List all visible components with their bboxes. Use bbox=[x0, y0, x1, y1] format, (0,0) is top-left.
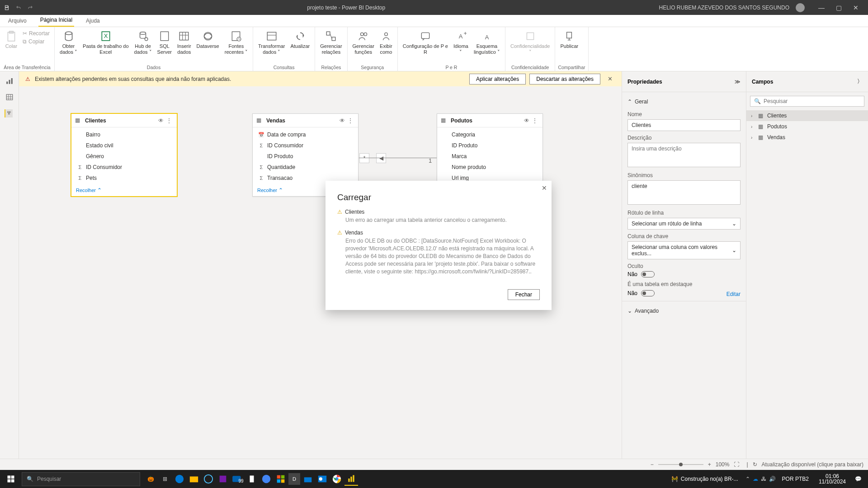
svg-rect-63 bbox=[350, 477, 352, 482]
svg-text:99+: 99+ bbox=[239, 479, 244, 483]
app-icon[interactable] bbox=[301, 472, 315, 486]
app-icon[interactable]: 99+ bbox=[231, 472, 244, 486]
network-icon[interactable]: 🖧 bbox=[761, 476, 766, 482]
edge-icon[interactable] bbox=[173, 472, 186, 486]
dialog-overlay: ✕ Carregar ⚠Clientes Um erro ao carregar… bbox=[0, 0, 868, 488]
svg-point-52 bbox=[262, 475, 270, 483]
svg-rect-46 bbox=[190, 477, 198, 483]
warning-icon: ⚠ bbox=[337, 230, 342, 236]
svg-point-47 bbox=[204, 475, 212, 483]
svg-rect-48 bbox=[220, 476, 226, 483]
svg-rect-43 bbox=[8, 479, 11, 483]
taskbar-search[interactable]: 🔍Pesquisar bbox=[22, 472, 140, 486]
app-icon[interactable] bbox=[245, 472, 259, 486]
svg-rect-62 bbox=[348, 479, 349, 482]
svg-rect-42 bbox=[11, 476, 14, 479]
app-icon[interactable] bbox=[259, 472, 273, 486]
taskbar-clock[interactable]: 01:0611/10/2024 bbox=[815, 474, 849, 484]
taskbar-halloween-icon[interactable]: 🎃 bbox=[144, 472, 157, 486]
load-error-dialog: ✕ Carregar ⚠Clientes Um erro ao carregar… bbox=[326, 181, 552, 310]
store-icon[interactable] bbox=[274, 472, 288, 486]
construction-icon: 🚧 bbox=[671, 476, 678, 482]
svg-rect-54 bbox=[281, 475, 285, 479]
dialog-close-button[interactable]: ✕ bbox=[542, 184, 547, 192]
tray-chevron-icon[interactable]: ⌃ bbox=[745, 476, 750, 482]
volume-icon[interactable]: 🔊 bbox=[769, 476, 776, 482]
app-icon[interactable]: D bbox=[288, 473, 300, 485]
app-icon[interactable] bbox=[216, 472, 230, 486]
svg-rect-64 bbox=[353, 475, 354, 482]
search-icon: 🔍 bbox=[27, 476, 33, 482]
svg-rect-41 bbox=[8, 476, 11, 479]
chrome-icon[interactable] bbox=[330, 472, 344, 486]
svg-rect-44 bbox=[11, 479, 14, 483]
dialog-close-action[interactable]: Fechar bbox=[508, 289, 540, 300]
svg-rect-51 bbox=[250, 476, 254, 483]
app-icon[interactable] bbox=[202, 472, 215, 486]
svg-rect-57 bbox=[304, 477, 312, 482]
svg-point-45 bbox=[175, 475, 184, 483]
svg-rect-56 bbox=[281, 479, 285, 483]
svg-rect-53 bbox=[277, 475, 281, 479]
svg-point-59 bbox=[319, 477, 322, 480]
outlook-icon[interactable] bbox=[316, 472, 329, 486]
taskbar-lang[interactable]: POR PTB2 bbox=[778, 476, 812, 482]
warning-icon: ⚠ bbox=[337, 209, 342, 215]
dialog-title: Carregar bbox=[326, 181, 552, 209]
onedrive-icon[interactable]: ☁ bbox=[753, 476, 758, 482]
notifications-icon[interactable]: 💬 bbox=[852, 476, 864, 482]
powerbi-icon[interactable] bbox=[344, 472, 358, 486]
explorer-icon[interactable] bbox=[187, 472, 201, 486]
windows-taskbar: 🔍Pesquisar 🎃 ⊞ 99+ D 🚧 Construção no(a) … bbox=[0, 470, 868, 488]
start-button[interactable] bbox=[0, 475, 22, 483]
task-view-icon[interactable]: ⊞ bbox=[158, 472, 172, 486]
svg-rect-55 bbox=[277, 479, 281, 483]
weather-widget[interactable]: 🚧 Construção no(a) BR-... bbox=[667, 476, 743, 482]
